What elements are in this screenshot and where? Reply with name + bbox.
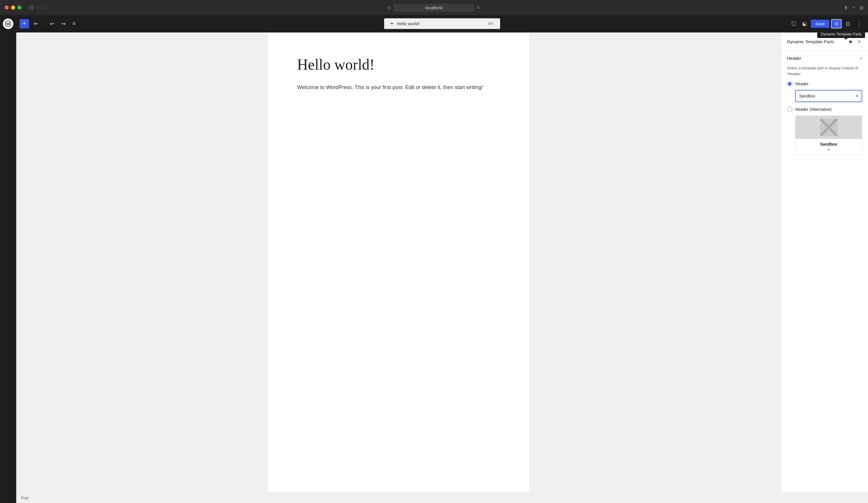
wp-sidebar: W <box>0 15 16 503</box>
template-selector-icon: ≡ <box>856 93 858 99</box>
view-mode-button[interactable]: ☐ <box>789 19 798 29</box>
tools-button[interactable]: ✏ <box>31 19 40 29</box>
wp-toolbar: + ✏ ↩ ↪ ≡ ✒ Hello world! ⌘K ☐ ⬕ <box>16 15 868 32</box>
forward-button[interactable]: › <box>42 4 44 11</box>
sidebar-toggle-right-button[interactable]: ⊡ <box>843 19 852 29</box>
tooltip-popup: Dynamic Template Parts <box>817 32 865 38</box>
post-title-bar[interactable]: ✒ Hello world! ⌘K <box>384 18 500 29</box>
post-title-heading[interactable]: Hello world! <box>297 56 500 74</box>
wp-logo: W <box>3 19 13 29</box>
redo-button[interactable]: ↪ <box>59 19 68 29</box>
sidebar-toggle-button[interactable]: ⊡ <box>29 4 33 11</box>
status-label: Post <box>21 496 29 500</box>
undo-button[interactable]: ↩ <box>48 19 56 29</box>
header-radio-option[interactable]: Header <box>787 81 862 86</box>
section-header[interactable]: Header ∧ <box>781 51 868 65</box>
main-editor-area: W + ✏ ↩ ↪ ≡ ✒ Hello world! ⌘ <box>0 15 868 503</box>
title-bar: ⊡ ‹ › ⊟ localhost ↻ ⬆ + ⊞ <box>0 0 868 15</box>
post-title-label: Hello world! <box>397 21 420 26</box>
list-view-button[interactable]: ≡ <box>70 19 78 29</box>
section-title: Header <box>787 56 801 61</box>
header-alt-radio-option[interactable]: Header (Alternative) <box>787 107 862 112</box>
share-icon[interactable]: ⬆ <box>844 5 848 10</box>
chevron-up-icon: ∧ <box>860 56 862 60</box>
status-bar: Post <box>16 493 868 503</box>
save-button[interactable]: Save <box>811 20 829 28</box>
close-window-button[interactable] <box>4 6 9 10</box>
toolbar-divider-1 <box>44 20 44 27</box>
template-preview-name: Sandbox <box>799 142 858 146</box>
external-preview-button[interactable]: ⬕ <box>800 19 809 28</box>
fullscreen-window-button[interactable] <box>18 6 21 10</box>
page-icon: ⊟ <box>388 5 391 10</box>
minimize-window-button[interactable] <box>11 6 15 10</box>
template-preview-info: Sandbox ≡ <box>795 139 862 155</box>
section-body: Select a template part to display instea… <box>781 65 868 160</box>
wp-logo-button[interactable]: W <box>0 15 16 32</box>
template-preview-image <box>795 116 862 139</box>
close-panel-button[interactable]: × <box>856 37 862 46</box>
reload-icon[interactable]: ↻ <box>477 5 480 10</box>
post-body-text[interactable]: Welcome to WordPress. This is your first… <box>297 83 500 92</box>
template-preview-meta: ≡ <box>799 148 858 152</box>
header-alt-radio-input[interactable] <box>787 107 792 112</box>
keyboard-shortcut: ⌘K <box>488 21 494 26</box>
template-selector-label: Sandbox <box>799 94 815 98</box>
right-panel: Dynamic Template Parts Dynamic Template … <box>781 32 868 493</box>
header-radio-label: Header <box>795 82 808 86</box>
header-section: Header ∧ Select a template part to displ… <box>781 51 868 160</box>
pen-icon: ✒ <box>390 21 394 27</box>
editor-canvas[interactable]: Hello world! Welcome to WordPress. This … <box>16 32 781 493</box>
back-button[interactable]: ‹ <box>37 4 39 11</box>
new-tab-icon[interactable]: + <box>852 5 855 10</box>
header-radio-input[interactable] <box>787 81 792 86</box>
traffic-lights <box>4 6 21 10</box>
header-alt-radio-label: Header (Alternative) <box>795 107 831 112</box>
svg-text:W: W <box>7 22 10 26</box>
title-bar-right: ⬆ + ⊞ <box>844 5 864 10</box>
title-bar-left: ⊡ ‹ › <box>4 4 44 11</box>
more-options-button[interactable]: ⋮ <box>854 19 865 29</box>
dynamic-template-parts-button[interactable]: ⊟ <box>831 19 841 29</box>
url-bar-area: ⊟ localhost ↻ <box>388 3 480 12</box>
preview-placeholder <box>820 119 838 136</box>
template-selector[interactable]: Sandbox ≡ <box>795 90 862 102</box>
panel-title: Dynamic Template Parts <box>787 39 834 44</box>
editor-column: + ✏ ↩ ↪ ≡ ✒ Hello world! ⌘K ☐ ⬕ <box>16 15 868 503</box>
template-preview-card: Sandbox ≡ <box>795 115 862 155</box>
section-description: Select a template part to display instea… <box>787 65 862 76</box>
editor-content-area: Hello world! Welcome to WordPress. This … <box>268 32 529 493</box>
pin-panel-button[interactable]: ★ <box>847 38 854 46</box>
tabs-icon[interactable]: ⊞ <box>860 5 864 10</box>
url-bar[interactable]: localhost <box>393 3 475 12</box>
panel-header-actions: ★ × <box>847 37 862 46</box>
add-block-button[interactable]: + <box>20 19 29 29</box>
